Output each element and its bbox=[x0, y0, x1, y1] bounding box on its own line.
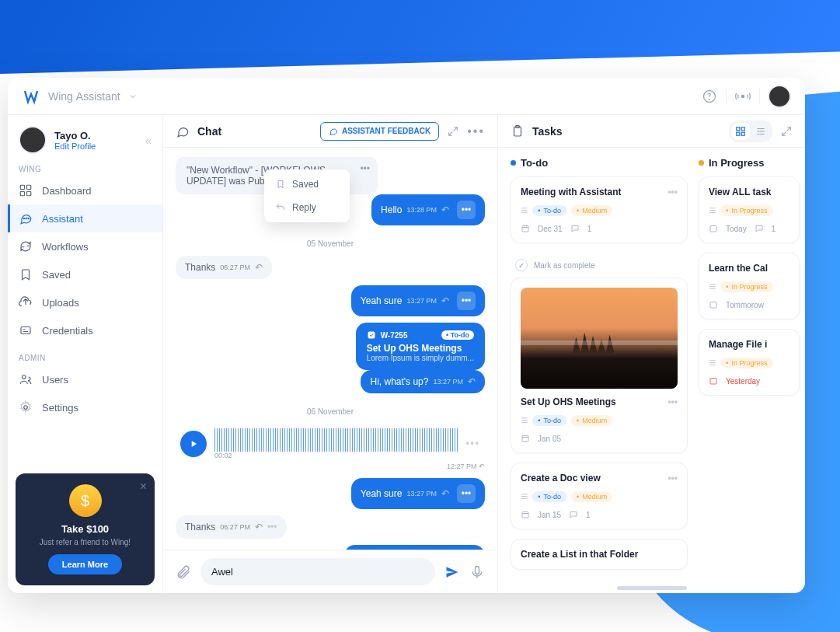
more-icon[interactable]: ••• bbox=[457, 292, 476, 310]
help-icon[interactable] bbox=[701, 88, 718, 105]
task-card[interactable]: Manage File i ≡• In Progress Yesterday bbox=[699, 329, 800, 396]
message-in[interactable]: Thanks06:27 PM↶••• bbox=[176, 515, 287, 539]
task-card[interactable]: Set Up OHS Meetings••• ≡• To-do• Medium … bbox=[511, 278, 688, 453]
send-button[interactable] bbox=[444, 564, 460, 580]
coin-icon: $ bbox=[69, 484, 102, 517]
nav-settings[interactable]: Settings bbox=[8, 393, 162, 421]
svg-point-2 bbox=[741, 95, 744, 97]
chat-title: Chat bbox=[197, 125, 221, 138]
column-header-progress: In Progress bbox=[699, 157, 800, 169]
svg-rect-26 bbox=[710, 379, 716, 385]
svg-rect-22 bbox=[522, 436, 528, 442]
context-reply[interactable]: Reply bbox=[264, 196, 350, 219]
refresh-icon bbox=[19, 239, 33, 253]
svg-rect-25 bbox=[710, 302, 716, 309]
svg-rect-10 bbox=[21, 327, 30, 334]
task-image bbox=[521, 288, 678, 389]
nav-users[interactable]: Users bbox=[8, 365, 162, 393]
mark-complete[interactable]: ✓Mark as complete bbox=[511, 253, 688, 278]
assistant-feedback-button[interactable]: ASSISTANT FEEDBACK bbox=[320, 122, 439, 141]
learn-more-button[interactable]: Learn More bbox=[48, 554, 122, 574]
play-button[interactable] bbox=[180, 431, 207, 457]
reply-icon bbox=[275, 202, 286, 213]
nav-saved[interactable]: Saved bbox=[8, 260, 162, 288]
task-card[interactable]: Learn the Cal ≡• In Progress Tommorow bbox=[699, 253, 800, 319]
svg-rect-14 bbox=[476, 566, 479, 574]
nav-section-admin: ADMIN bbox=[8, 351, 162, 365]
more-icon[interactable]: ••• bbox=[465, 438, 480, 449]
mic-button[interactable] bbox=[469, 564, 485, 580]
clipboard-icon bbox=[511, 124, 525, 138]
close-icon[interactable]: × bbox=[140, 480, 147, 494]
task-card[interactable]: Meeting with Assistant••• ≡• To-do• Medi… bbox=[511, 176, 688, 243]
date-separator: 06 November bbox=[176, 407, 485, 416]
edit-profile-link[interactable]: Edit Profile bbox=[54, 141, 96, 151]
svg-rect-3 bbox=[20, 185, 24, 189]
task-card[interactable]: Create a Doc view••• ≡• To-do• Medium Ja… bbox=[511, 463, 688, 529]
task-bubble[interactable]: W-7255• To-do Set Up OHS Meetings Lorem … bbox=[356, 323, 485, 370]
svg-rect-24 bbox=[710, 226, 716, 232]
calendar-icon bbox=[709, 300, 718, 309]
logo-icon bbox=[22, 87, 40, 106]
profile-avatar[interactable] bbox=[19, 126, 47, 154]
collapse-sidebar-icon[interactable]: « bbox=[145, 134, 152, 147]
svg-point-9 bbox=[28, 218, 30, 219]
audio-message[interactable]: 00:02 ••• bbox=[176, 424, 485, 464]
nav-assistant[interactable]: Assistant bbox=[8, 204, 162, 232]
svg-rect-17 bbox=[737, 127, 740, 130]
users-icon bbox=[19, 372, 33, 386]
attachment-icon[interactable] bbox=[176, 564, 191, 580]
grid-view-button[interactable] bbox=[731, 123, 750, 140]
svg-point-12 bbox=[24, 406, 28, 410]
audio-timestamp: 12:27 PM ↶ bbox=[176, 463, 485, 470]
more-icon[interactable]: ••• bbox=[667, 396, 678, 407]
nav-dashboard[interactable]: Dashboard bbox=[8, 176, 162, 204]
comment-icon bbox=[570, 224, 580, 233]
scrollbar[interactable] bbox=[617, 586, 687, 590]
chevron-down-icon[interactable] bbox=[128, 92, 138, 101]
chat-icon bbox=[19, 211, 33, 225]
nav-workflows[interactable]: Workflows bbox=[8, 232, 162, 260]
credentials-icon bbox=[19, 323, 33, 337]
svg-rect-4 bbox=[27, 185, 31, 189]
svg-rect-23 bbox=[522, 512, 528, 519]
feedback-icon bbox=[329, 127, 338, 136]
calendar-icon bbox=[709, 376, 718, 386]
gear-icon bbox=[19, 400, 33, 414]
list-view-button[interactable] bbox=[751, 123, 770, 140]
comment-icon bbox=[755, 224, 764, 233]
comment-icon bbox=[569, 510, 578, 519]
calendar-icon bbox=[521, 434, 530, 443]
more-icon[interactable]: ••• bbox=[360, 163, 370, 174]
message-out[interactable]: Yeah sure13:27 PM↶••• bbox=[351, 285, 485, 316]
svg-rect-20 bbox=[741, 132, 744, 135]
nav-credentials[interactable]: Credentials bbox=[8, 316, 162, 344]
more-icon[interactable]: ••• bbox=[457, 201, 476, 219]
broadcast-icon[interactable] bbox=[734, 88, 751, 105]
calendar-icon bbox=[521, 224, 530, 233]
more-icon[interactable]: ••• bbox=[467, 124, 485, 138]
more-icon[interactable]: ••• bbox=[457, 484, 476, 503]
message-in[interactable]: Thanks06:27 PM↶ bbox=[176, 256, 272, 279]
message-out[interactable]: Hi, what's up?13:27 PM↶ bbox=[361, 370, 485, 393]
tasks-title: Tasks bbox=[532, 125, 563, 138]
chat-icon bbox=[176, 124, 190, 138]
context-saved[interactable]: Saved bbox=[264, 173, 350, 196]
svg-point-1 bbox=[709, 99, 710, 100]
chat-input[interactable] bbox=[200, 558, 435, 585]
expand-icon[interactable] bbox=[447, 125, 459, 138]
user-avatar[interactable] bbox=[768, 85, 791, 108]
task-card[interactable]: View ALL task ≡• In Progress Today1 bbox=[699, 176, 800, 243]
expand-icon[interactable] bbox=[780, 125, 793, 138]
date-separator: 05 November bbox=[176, 239, 485, 248]
context-menu: Saved Reply bbox=[264, 169, 350, 222]
more-icon[interactable]: ••• bbox=[667, 187, 678, 197]
svg-rect-18 bbox=[741, 127, 744, 130]
upload-icon bbox=[19, 295, 33, 309]
nav-uploads[interactable]: Uploads bbox=[8, 288, 162, 316]
more-icon[interactable]: ••• bbox=[667, 473, 678, 484]
svg-rect-6 bbox=[27, 192, 31, 196]
task-card[interactable]: Create a List in that Folder bbox=[511, 539, 688, 570]
message-out[interactable]: Yeah sure13:27 PM↶••• bbox=[351, 478, 485, 509]
message-out[interactable]: Hello13:28 PM↶••• bbox=[371, 194, 485, 225]
